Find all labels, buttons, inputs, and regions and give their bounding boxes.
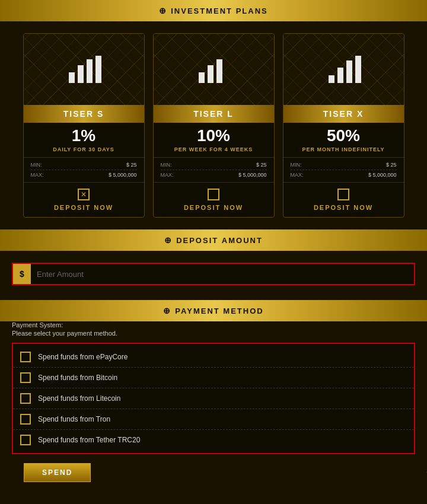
deposit-amount-title: DEPOSIT AMOUNT: [176, 236, 263, 245]
plan-min-value-tiser-s: $ 25: [126, 162, 137, 168]
deposit-amount-section: $ ←: [0, 251, 427, 300]
payment-checkbox-bitcoin[interactable]: [20, 372, 31, 383]
payment-options-box: Spend funds from ePayCore Spend funds fr…: [12, 343, 415, 454]
svg-rect-7: [329, 75, 334, 83]
payment-option-bitcoin[interactable]: Spend funds from Bitcoin: [13, 368, 414, 388]
investment-plans-title: INVESTMENT PLANS: [171, 7, 267, 15]
plan-card-tiser-l: TISER L 10% PER WEEK FOR 4 WEEKS MIN: $ …: [153, 33, 275, 218]
plan-name-tiser-s: TISER S: [63, 109, 104, 119]
plan-max-label-tiser-x: MAX:: [291, 172, 304, 178]
spend-arrow-indicator: ←: [424, 464, 427, 478]
bar-chart-icon-tiser-x: [326, 55, 361, 84]
deposit-now-button-tiser-s[interactable]: DEPOSIT NOW: [54, 204, 113, 211]
payment-checkbox-litecoin[interactable]: [20, 393, 31, 404]
deposit-checkbox-tiser-s[interactable]: [78, 189, 90, 200]
deposit-amount-icon: ⊕: [164, 235, 171, 245]
svg-rect-5: [208, 65, 214, 83]
payment-method-header: ⊕ PAYMENT METHOD: [0, 300, 427, 321]
plan-max-row-tiser-l: MAX: $ 5,000,000: [161, 170, 267, 180]
plan-min-label-tiser-l: MIN:: [161, 162, 172, 168]
payment-checkbox-tether-trc20[interactable]: [20, 435, 31, 445]
plan-name-bar-tiser-x: TISER X: [283, 105, 404, 123]
page-wrapper: ⊕ INVESTMENT PLANS TISER S: [0, 0, 427, 504]
deposit-checkbox-tiser-x[interactable]: [337, 189, 349, 200]
plan-max-value-tiser-l: $ 5,000,000: [238, 172, 267, 178]
svg-rect-1: [78, 65, 84, 83]
amount-input[interactable]: [31, 264, 414, 284]
plan-period-tiser-l: PER WEEK FOR 4 WEEKS: [154, 146, 274, 157]
plan-name-bar-tiser-l: TISER L: [154, 105, 274, 123]
plan-min-value-tiser-l: $ 25: [256, 162, 267, 168]
payment-method-icon: ⊕: [163, 306, 170, 315]
svg-rect-10: [355, 56, 361, 83]
svg-rect-0: [69, 72, 75, 83]
investment-plans-icon: ⊕: [159, 6, 166, 15]
plan-period-tiser-x: PER MONTH INDEFINITELY: [283, 146, 404, 157]
plan-max-value-tiser-s: $ 5,000,000: [109, 172, 137, 178]
plan-percentage-tiser-x: 50%: [283, 123, 404, 146]
plan-name-tiser-l: TISER L: [193, 109, 234, 119]
plan-min-row-tiser-s: MIN: $ 25: [31, 160, 137, 170]
plan-min-label-tiser-x: MIN:: [291, 162, 302, 168]
plan-max-row-tiser-x: MAX: $ 5,000,000: [291, 170, 397, 180]
plan-min-label-tiser-s: MIN:: [31, 162, 42, 168]
deposit-amount-header: ⊕ DEPOSIT AMOUNT: [0, 229, 427, 251]
svg-rect-3: [95, 56, 101, 83]
investment-plans-section: ⊕ INVESTMENT PLANS TISER S: [0, 0, 427, 229]
plan-pct-value-tiser-s: 1%: [72, 126, 95, 145]
svg-rect-2: [87, 59, 93, 83]
plan-name-bar-tiser-s: TISER S: [24, 105, 144, 123]
investment-plans-header: ⊕ INVESTMENT PLANS: [0, 0, 427, 21]
plan-card-tiser-x: TISER X 50% PER MONTH INDEFINITELY MIN: …: [283, 33, 404, 218]
plan-pct-value-tiser-x: 50%: [327, 126, 360, 145]
plan-max-value-tiser-x: $ 5,000,000: [368, 172, 397, 178]
plan-min-value-tiser-x: $ 25: [386, 162, 397, 168]
svg-rect-6: [216, 59, 222, 83]
deposit-checkbox-tiser-l[interactable]: [208, 189, 219, 200]
payment-option-tether-trc20[interactable]: Spend funds from Tether TRC20: [13, 430, 414, 450]
deposit-now-button-tiser-l[interactable]: DEPOSIT NOW: [184, 204, 243, 211]
plan-pct-value-tiser-l: 10%: [197, 126, 230, 145]
payment-option-tron[interactable]: Spend funds from Tron: [13, 409, 414, 430]
plan-image-tiser-s: [24, 34, 144, 105]
plan-min-row-tiser-x: MIN: $ 25: [291, 160, 397, 170]
plan-max-label-tiser-l: MAX:: [161, 172, 174, 178]
plan-deposit-area-tiser-l[interactable]: DEPOSIT NOW: [154, 182, 274, 217]
bar-chart-icon-tiser-s: [66, 55, 101, 84]
deposit-now-button-tiser-x[interactable]: DEPOSIT NOW: [314, 204, 373, 211]
payment-label-bitcoin: Spend funds from Bitcoin: [38, 374, 117, 382]
plan-max-label-tiser-s: MAX:: [31, 172, 44, 178]
payment-system-label: Payment System:: [12, 321, 415, 328]
plan-image-tiser-x: [283, 34, 404, 105]
payment-label-tether-trc20: Spend funds from Tether TRC20: [38, 436, 140, 444]
payment-section: Payment System: Please select your payme…: [0, 321, 427, 500]
payment-label-epaycore: Spend funds from ePayCore: [38, 353, 128, 361]
plan-deposit-area-tiser-x[interactable]: DEPOSIT NOW: [283, 182, 404, 217]
spend-button[interactable]: SPEND: [24, 463, 91, 482]
payment-system-sublabel: Please select your payment method.: [12, 330, 415, 337]
plan-minmax-tiser-x: MIN: $ 25 MAX: $ 5,000,000: [283, 157, 404, 182]
svg-rect-9: [346, 60, 352, 83]
plan-min-row-tiser-l: MIN: $ 25: [161, 160, 267, 170]
payment-options-container: Spend funds from ePayCore Spend funds fr…: [12, 343, 415, 454]
payment-method-title: PAYMENT METHOD: [175, 307, 263, 315]
plan-minmax-tiser-s: MIN: $ 25 MAX: $ 5,000,000: [24, 157, 144, 182]
svg-rect-8: [337, 68, 343, 83]
plan-image-tiser-l: [154, 34, 274, 105]
bar-chart-icon-tiser-l: [196, 55, 231, 84]
payment-option-epaycore[interactable]: Spend funds from ePayCore: [13, 347, 414, 368]
payment-option-litecoin[interactable]: Spend funds from Litecoin: [13, 388, 414, 409]
plans-container: TISER S 1% DAILY FOR 30 DAYS MIN: $ 25 M…: [0, 21, 427, 229]
plan-max-row-tiser-s: MAX: $ 5,000,000: [31, 170, 137, 180]
dollar-prefix: $: [13, 264, 31, 284]
payment-checkbox-epaycore[interactable]: [20, 352, 31, 362]
plan-percentage-tiser-l: 10%: [154, 123, 274, 146]
plan-percentage-tiser-s: 1%: [24, 123, 144, 146]
payment-checkbox-tron[interactable]: [20, 414, 31, 425]
amount-input-wrapper: $ ←: [12, 263, 415, 285]
plan-minmax-tiser-l: MIN: $ 25 MAX: $ 5,000,000: [154, 157, 274, 182]
payment-label-tron: Spend funds from Tron: [38, 415, 110, 423]
svg-rect-4: [199, 72, 205, 83]
plan-deposit-area-tiser-s[interactable]: DEPOSIT NOW: [24, 182, 144, 217]
plan-name-tiser-x: TISER X: [323, 109, 364, 119]
